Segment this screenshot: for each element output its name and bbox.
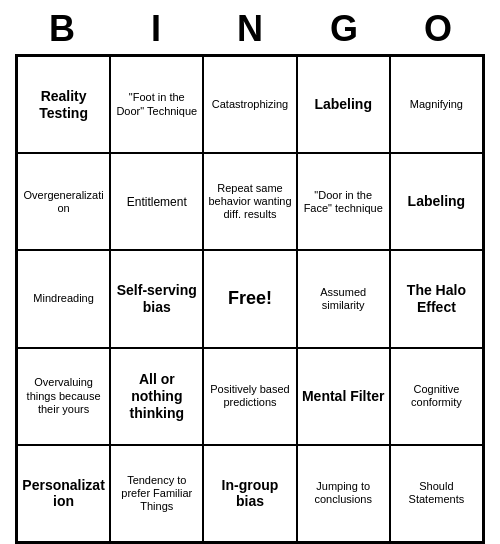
bingo-cell-5: Overgeneralization — [17, 153, 110, 250]
bingo-title: BINGO — [15, 0, 485, 54]
bingo-letter-I: I — [121, 8, 191, 50]
bingo-cell-7: Repeat same behavior wanting diff. resul… — [203, 153, 296, 250]
bingo-letter-N: N — [215, 8, 285, 50]
bingo-cell-9: Labeling — [390, 153, 483, 250]
bingo-cell-12: Free! — [203, 250, 296, 347]
bingo-cell-19: Cognitive conformity — [390, 348, 483, 445]
bingo-cell-10: Mindreading — [17, 250, 110, 347]
bingo-cell-22: In-group bias — [203, 445, 296, 542]
bingo-cell-2: Catastrophizing — [203, 56, 296, 153]
bingo-cell-11: Self-serving bias — [110, 250, 203, 347]
bingo-cell-16: All or nothing thinking — [110, 348, 203, 445]
bingo-cell-15: Overvaluing things because their yours — [17, 348, 110, 445]
bingo-cell-1: "Foot in the Door" Technique — [110, 56, 203, 153]
bingo-cell-13: Assumed similarity — [297, 250, 390, 347]
bingo-cell-3: Labeling — [297, 56, 390, 153]
bingo-cell-8: "Door in the Face" technique — [297, 153, 390, 250]
bingo-cell-24: Should Statements — [390, 445, 483, 542]
bingo-letter-G: G — [309, 8, 379, 50]
bingo-cell-6: Entitlement — [110, 153, 203, 250]
bingo-cell-21: Tendency to prefer Familiar Things — [110, 445, 203, 542]
bingo-letter-B: B — [27, 8, 97, 50]
bingo-grid: Reality Testing"Foot in the Door" Techni… — [15, 54, 485, 544]
bingo-cell-18: Mental Filter — [297, 348, 390, 445]
bingo-cell-0: Reality Testing — [17, 56, 110, 153]
bingo-cell-4: Magnifying — [390, 56, 483, 153]
bingo-cell-20: Personalization — [17, 445, 110, 542]
bingo-letter-O: O — [403, 8, 473, 50]
bingo-cell-14: The Halo Effect — [390, 250, 483, 347]
bingo-cell-17: Positively based predictions — [203, 348, 296, 445]
bingo-cell-23: Jumping to conclusions — [297, 445, 390, 542]
